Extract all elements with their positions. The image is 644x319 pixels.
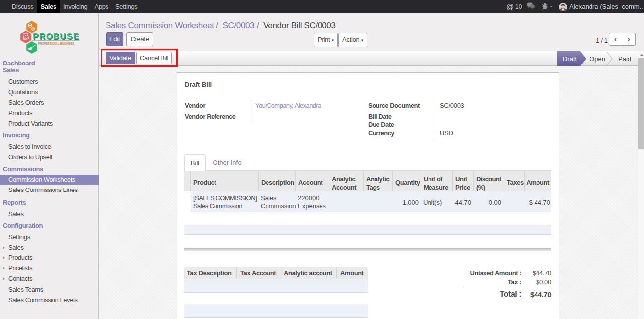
svg-text:PROBUSE: PROBUSE — [33, 32, 79, 41]
svg-text:Paid: Paid — [618, 55, 631, 63]
svg-text:Draft: Draft — [563, 55, 577, 63]
svg-text:PROFESSIONAL BUSINESS: PROFESSIONAL BUSINESS — [38, 41, 74, 46]
svg-text:Open: Open — [590, 55, 605, 63]
